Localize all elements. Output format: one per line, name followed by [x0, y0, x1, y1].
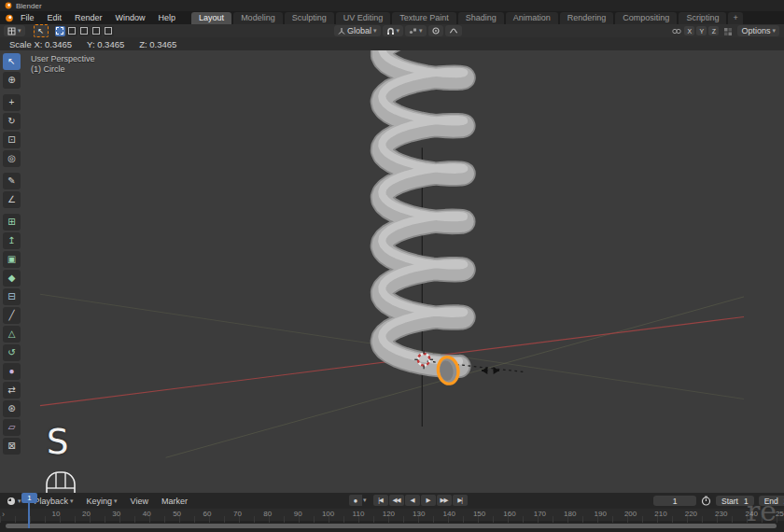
os-titlebar: Blender [0, 0, 784, 11]
select-mode-set[interactable] [55, 26, 65, 36]
current-frame-field[interactable]: 1 [653, 496, 696, 506]
add-workspace-button[interactable]: + [728, 12, 742, 24]
loop-cut-tool[interactable]: ⊟ [3, 288, 21, 305]
shrink-fatten-tool[interactable]: ⊛ [3, 400, 21, 417]
tweak-select-tool[interactable]: ↖ [3, 53, 21, 70]
tab-compositing[interactable]: Compositing [615, 12, 677, 24]
measure-tool[interactable]: ∠ [3, 191, 21, 208]
blender-menu-icon[interactable] [5, 14, 14, 22]
tab-uv-editing[interactable]: UV Editing [336, 12, 391, 24]
scale-tool[interactable]: ⊡ [3, 132, 21, 148]
transport-controls: ● ▾ |◀◀◀◀▶▶▶▶| [349, 495, 468, 506]
snap-target-dropdown[interactable]: ▾ [405, 25, 427, 36]
video-watermark: re [747, 495, 777, 527]
editor-type-button[interactable]: ▾ [4, 25, 25, 36]
viewport-editor-icon [7, 27, 16, 35]
cursor-tool[interactable]: ⊕ [3, 72, 21, 89]
play-reverse-button[interactable]: ◀ [405, 495, 420, 506]
tab-animation[interactable]: Animation [506, 12, 558, 24]
next-keyframe-button[interactable]: ▶▶ [437, 495, 452, 506]
mirror-icon [672, 27, 681, 35]
menu-edit[interactable]: Edit [41, 13, 69, 22]
mirror-z-button[interactable]: Z [708, 26, 719, 35]
tab-texture-paint[interactable]: Texture Paint [392, 12, 456, 24]
select-mode-invert[interactable] [91, 26, 102, 36]
prev-keyframe-button[interactable]: ◀◀ [389, 495, 404, 506]
viewport-3d[interactable]: ↖⊕+↻⊡◎✎∠⊞↥▣◆⊟╱△↺●⇄⊛▱⊠ User Perspective (… [0, 50, 784, 493]
proportional-falloff-dropdown[interactable] [445, 25, 462, 36]
select-mode-extend[interactable] [67, 26, 77, 36]
chevron-down-icon: ▾ [419, 27, 423, 35]
operator-status-strip: Scale X: 0.3465Y: 0.3465Z: 0.3465 [0, 37, 784, 50]
proportional-editing-button[interactable] [428, 25, 443, 36]
main-menus: FileEditRenderWindowHelp [14, 13, 182, 22]
tab-sculpting[interactable]: Sculpting [285, 12, 334, 24]
jump-to-end-button[interactable]: ▶| [453, 495, 468, 506]
orientation-axes-icon [338, 27, 345, 35]
inset-faces-tool[interactable]: ▣ [3, 251, 21, 268]
stopwatch-icon[interactable] [701, 496, 711, 506]
menu-render[interactable]: Render [68, 13, 109, 22]
play-button[interactable]: ▶ [421, 495, 436, 506]
add-cube-tool[interactable]: ⊞ [3, 214, 21, 231]
knife-tool[interactable]: ╱ [3, 307, 21, 324]
move-tool[interactable]: + [3, 94, 21, 111]
extrude-region-tool[interactable]: ↥ [3, 232, 21, 249]
mirror-x-button[interactable]: X [684, 26, 694, 35]
auto-keyframe-button[interactable]: ● [349, 495, 362, 506]
viewport-canvas[interactable] [0, 50, 784, 493]
rip-region-tool[interactable]: ⊠ [3, 438, 21, 455]
transform-tool[interactable]: ◎ [3, 150, 21, 167]
snap-toggle-button[interactable]: ▾ [383, 25, 404, 36]
scale-status-y: Y: 0.3465 [87, 39, 124, 49]
select-mode-icon [56, 27, 63, 35]
edge-slide-tool[interactable]: ⇄ [3, 382, 21, 399]
timeline-menu-view[interactable]: View [124, 497, 155, 506]
tab-layout[interactable]: Layout [191, 12, 231, 24]
tab-rendering[interactable]: Rendering [560, 12, 614, 24]
options-dropdown[interactable]: Options ▾ [737, 25, 779, 36]
timeline-menus: Playback▾Keying▾ViewMarker [28, 497, 194, 506]
menu-window[interactable]: Window [109, 13, 152, 22]
select-mode-intersect[interactable] [104, 26, 114, 36]
smooth-tool[interactable]: ● [3, 363, 21, 380]
active-tool-indicator[interactable]: ↖ [34, 24, 49, 37]
bevel-tool[interactable]: ◆ [3, 270, 21, 287]
tab-modeling[interactable]: Modeling [233, 12, 283, 24]
chevron-down-icon: ▾ [18, 497, 21, 505]
active-object-label: (1) Circle [31, 64, 65, 74]
annotate-tool[interactable]: ✎ [3, 173, 21, 189]
select-mode-group [54, 26, 115, 36]
mirror-y-button[interactable]: Y [696, 26, 707, 35]
timeline-editor: ▾ Playback▾Keying▾ViewMarker ● ▾ |◀◀◀◀▶▶… [0, 493, 784, 532]
jump-to-start-button[interactable]: |◀ [373, 495, 388, 506]
tab-shading[interactable]: Shading [458, 12, 504, 24]
shear-tool[interactable]: ▱ [3, 419, 21, 436]
transport-buttons: |◀◀◀◀▶▶▶▶| [373, 495, 468, 506]
magnet-icon [386, 27, 395, 35]
menu-file[interactable]: File [14, 13, 41, 22]
timeline-scrollbar[interactable] [6, 524, 777, 528]
playhead[interactable]: 1 [21, 493, 37, 503]
spin-tool[interactable]: ↺ [3, 344, 21, 361]
select-mode-icon [92, 27, 100, 35]
timeline-header: ▾ Playback▾Keying▾ViewMarker ● ▾ |◀◀◀◀▶▶… [0, 493, 784, 509]
workspace-tabs: LayoutModelingSculptingUV EditingTexture… [191, 11, 743, 24]
transform-orientation-dropdown[interactable]: Global ▾ [334, 25, 381, 36]
tab-scripting[interactable]: Scripting [679, 12, 726, 24]
scale-status-x: Scale X: 0.3465 [9, 39, 72, 49]
rotate-tool[interactable]: ↻ [3, 113, 21, 130]
blender-window: Blender FileEditRenderWindowHelp LayoutM… [0, 0, 784, 532]
scale-cursor-icon [482, 367, 499, 374]
select-mode-subtract[interactable] [79, 26, 90, 36]
timeline-menu-marker[interactable]: Marker [155, 497, 194, 506]
falloff-curve-icon [449, 27, 458, 35]
snap-grid-icon [723, 27, 733, 35]
view-perspective-label: User Perspective [31, 54, 95, 63]
poly-build-tool[interactable]: △ [3, 326, 21, 343]
menu-help[interactable]: Help [152, 13, 183, 22]
menubar: FileEditRenderWindowHelp LayoutModelingS… [0, 11, 784, 24]
mirror-axis-group: XYZ [683, 26, 720, 35]
timeline-menu-keying[interactable]: Keying▾ [80, 497, 124, 506]
proportional-circle-icon [432, 27, 440, 35]
